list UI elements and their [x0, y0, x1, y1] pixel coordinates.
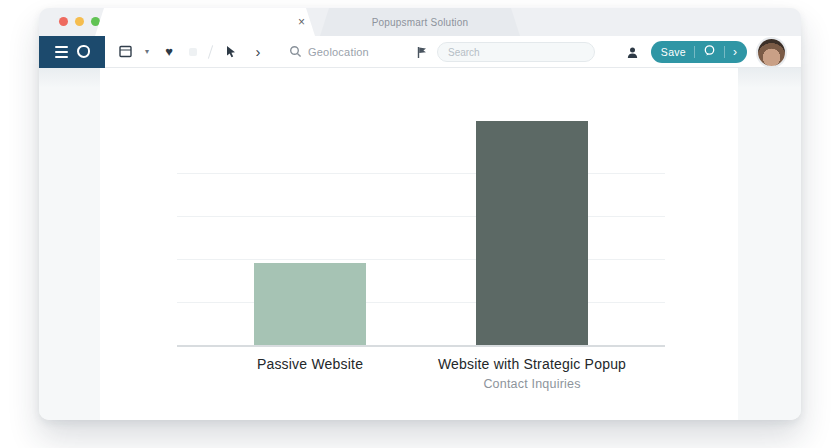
canvas-page: Passive Website Website with Strategic P…	[100, 68, 738, 420]
x-tick-label: Website with Strategic Popup	[438, 356, 626, 372]
chart-caption: Contact Inquiries	[438, 377, 626, 391]
toolbar-divider	[208, 45, 213, 59]
traffic-lights	[59, 17, 100, 26]
gridline	[177, 302, 665, 303]
toolbar: ▾ ♥ › Geolocation	[39, 36, 801, 68]
window-layout-icon[interactable]	[118, 45, 132, 59]
chat-bubble-icon[interactable]	[703, 44, 716, 60]
tab-background-title: Popupsmart Solution	[372, 17, 469, 28]
search-label: Geolocation	[308, 46, 369, 58]
toolbar-search[interactable]: Geolocation	[288, 45, 369, 59]
content-area: Passive Website Website with Strategic P…	[39, 68, 801, 420]
gridline	[177, 259, 665, 260]
toolbar-icons: ▾ ♥ › Geolocation	[118, 45, 369, 59]
gridline	[177, 216, 665, 217]
address-group	[415, 36, 595, 68]
pointer-cursor-icon[interactable]	[224, 45, 238, 59]
heart-icon[interactable]: ♥	[162, 45, 176, 59]
tab-close-icon[interactable]: ×	[298, 16, 305, 28]
minimize-window-button[interactable]	[75, 17, 84, 26]
save-button-label: Save	[661, 46, 686, 58]
address-search-input[interactable]	[437, 42, 595, 62]
save-button[interactable]: Save ›	[651, 41, 747, 63]
disabled-tool-icon	[189, 48, 197, 56]
bar-label-strategic-popup: Website with Strategic Popup Contact Inq…	[438, 356, 626, 391]
app-brand-block	[39, 36, 105, 68]
gridline	[177, 173, 665, 174]
button-divider	[724, 46, 725, 58]
chevron-right-icon[interactable]: ›	[251, 45, 265, 59]
flag-icon[interactable]	[415, 45, 429, 59]
hamburger-menu-icon[interactable]	[55, 46, 68, 58]
person-icon[interactable]	[626, 45, 640, 59]
tab-active[interactable]: ×	[95, 8, 315, 36]
toolbar-right-group: Save ›	[626, 36, 785, 68]
browser-window: × Popupsmart Solution ▾ ♥ ›	[39, 8, 801, 420]
publish-chevron-icon[interactable]: ›	[733, 46, 737, 58]
user-avatar[interactable]	[758, 39, 785, 66]
close-window-button[interactable]	[59, 17, 68, 26]
bar-label-passive-website: Passive Website	[257, 356, 363, 372]
bar-chart: Passive Website Website with Strategic P…	[180, 114, 662, 414]
button-divider	[694, 46, 695, 58]
bar-passive-website	[254, 263, 366, 346]
chart-x-labels: Passive Website Website with Strategic P…	[180, 356, 662, 414]
titlebar: × Popupsmart Solution	[39, 8, 801, 36]
chevron-down-icon[interactable]: ▾	[145, 47, 149, 56]
x-tick-label: Passive Website	[257, 356, 363, 372]
app-logo-icon	[77, 45, 90, 58]
tab-background[interactable]: Popupsmart Solution	[320, 8, 520, 36]
chart-plot	[180, 114, 662, 346]
bar-website-with-strategic-popup	[476, 121, 588, 346]
search-icon	[288, 45, 302, 59]
